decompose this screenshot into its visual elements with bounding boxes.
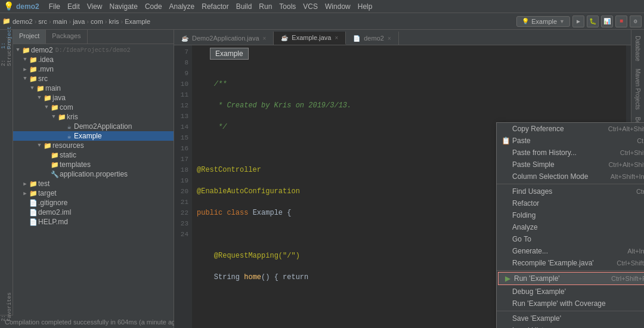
context-menu-item[interactable]: Save 'Example' — [497, 312, 644, 324]
tree-item[interactable]: 📄demo2.iml — [13, 208, 174, 217]
tree-arrow-icon: ▼ — [43, 104, 50, 110]
run-button[interactable]: ▶ — [572, 16, 584, 27]
tab-example[interactable]: ☕ Example.java × — [274, 32, 346, 45]
context-menu-item[interactable]: Folding▶ — [497, 209, 644, 221]
context-menu-item-label: Go To — [512, 235, 531, 243]
menu-item-code[interactable]: Code — [141, 1, 166, 12]
tree-arrow-icon: ▼ — [50, 114, 57, 120]
context-menu-shortcut: Ctrl+Shift+F9 — [617, 259, 644, 267]
menu-item-edit[interactable]: Edit — [64, 1, 83, 12]
settings-button[interactable]: ⚙ — [630, 16, 642, 27]
tree-file-icon: 📄 — [29, 209, 38, 216]
context-menu-item[interactable]: Debug 'Example' — [497, 286, 644, 298]
tree-item[interactable]: ▼📁.idea — [13, 55, 174, 64]
tree-item[interactable]: 🔧application.properties — [13, 169, 174, 179]
close-icon[interactable]: × — [388, 35, 391, 42]
tree-file-icon: ☕ — [64, 123, 74, 131]
tree-item[interactable]: ▼📁com — [13, 103, 174, 112]
menu-item-vcs[interactable]: VCS — [299, 1, 321, 12]
context-menu-item-label: Paste from History... — [512, 148, 577, 157]
context-menu-item[interactable]: ▶Run 'Example'Ctrl+Shift+F10 — [498, 272, 644, 285]
tree-file-icon: 📁 — [50, 161, 60, 169]
close-icon[interactable]: × — [263, 35, 267, 42]
menu-item-refactor[interactable]: Refactor — [198, 1, 232, 12]
menu-item-view[interactable]: View — [83, 1, 106, 12]
app-name: demo2 — [16, 2, 39, 11]
menu-item-build[interactable]: Build — [233, 1, 256, 12]
menu-item-file[interactable]: File — [45, 1, 64, 12]
context-menu-item[interactable]: Run 'Example' with Coverage — [497, 298, 644, 310]
right-icon-database[interactable]: Database — [634, 32, 641, 65]
context-menu-shortcut: Ctrl+Alt+Shift+C — [608, 125, 644, 132]
tree-label: main — [45, 84, 61, 92]
menu-item-analyze[interactable]: Analyze — [166, 1, 199, 12]
debug-button[interactable]: 🐛 — [587, 16, 599, 27]
tab-demo2[interactable]: 📄 demo2 × — [346, 32, 398, 45]
line-numbers: 7891011 12131415 16171819 2021222324 — [174, 45, 192, 328]
tree-item[interactable]: ▼📁main — [13, 83, 174, 93]
right-icon-maven[interactable]: Maven Projects — [634, 65, 641, 113]
tree-file-icon: 📁 — [50, 104, 60, 112]
tree-arrow-icon: ▶ — [21, 66, 29, 73]
tab-project[interactable]: Project — [13, 30, 46, 44]
tree-item[interactable]: ▶📁.mvn — [13, 64, 174, 74]
context-menu-item[interactable]: Analyze▶ — [497, 221, 644, 233]
context-menu-item[interactable]: Paste SimpleCtrl+Alt+Shift+V — [497, 159, 644, 171]
context-menu-item-label: Debug 'Example' — [512, 287, 566, 296]
project-tabs: Project Packages — [13, 30, 174, 44]
tree-item[interactable]: ▼📁java — [13, 93, 174, 103]
tree-label: .mvn — [38, 65, 54, 73]
menu-item-help[interactable]: Help — [354, 1, 376, 12]
menu-item-run[interactable]: Run — [255, 1, 275, 12]
left-icons-bar: 1: Project 2: Structure 2: Favorites — [0, 30, 13, 315]
run-config[interactable]: 💡 Example ▼ — [516, 16, 570, 27]
tree-item[interactable]: ☕Example — [13, 131, 174, 141]
context-menu-shortcut: Ctrl+Alt+Shift+V — [608, 161, 644, 168]
context-menu-shortcut: Alt+Insert — [627, 247, 644, 255]
context-menu-shortcut: Ctrl+V — [637, 137, 644, 144]
context-menu-shortcut: Ctrl+Shift+F10 — [611, 275, 644, 282]
tree-item[interactable]: ☕Demo2Application — [13, 122, 174, 131]
tree-file-icon: 📁 — [21, 47, 31, 54]
tree-file-icon: 📁 — [36, 85, 45, 92]
tree-item[interactable]: 📁static — [13, 150, 174, 160]
tab-packages[interactable]: Packages — [46, 30, 87, 44]
tab-demo2application[interactable]: ☕ Demo2Application.java × — [174, 32, 274, 45]
toolbar: 📁 demo2 › src › main › java › com › kris… — [0, 13, 644, 30]
tree-item[interactable]: ▼📁demo2D:/IdeaProjects/demo2 — [13, 45, 174, 55]
context-menu-item[interactable]: Paste from History...Ctrl+Shift+V — [497, 147, 644, 159]
context-menu-item-label: Paste Simple — [512, 160, 555, 169]
tree-item[interactable]: 📁templates — [13, 160, 174, 169]
stop-button[interactable]: ■ — [615, 16, 627, 27]
tree-item[interactable]: 📄.gitignore — [13, 198, 174, 208]
tree-item[interactable]: ▼📁kris — [13, 112, 174, 122]
context-menu-item-label: Generate... — [512, 247, 548, 255]
menu-item-window[interactable]: Window — [321, 1, 354, 12]
context-menu-item[interactable]: Find UsagesCtrl+G — [497, 185, 644, 197]
left-icon-structure[interactable]: 2: Structure — [0, 47, 14, 57]
tree-file-icon: 📁 — [43, 94, 52, 102]
context-menu-item[interactable]: Recompile 'Example.java'Ctrl+Shift+F9 — [497, 257, 644, 269]
context-menu-item[interactable]: Local History▶ — [497, 324, 644, 328]
left-icon-favorites[interactable]: 2: Favorites — [0, 302, 14, 312]
context-menu-item[interactable]: Copy ReferenceCtrl+Alt+Shift+C — [497, 123, 644, 135]
tree-file-icon: 📄 — [29, 199, 38, 207]
close-icon[interactable]: × — [335, 35, 338, 41]
tree-item[interactable]: 📄HELP.md — [13, 217, 174, 227]
context-menu-item[interactable]: Generate...Alt+Insert — [497, 245, 644, 257]
context-menu-item[interactable]: Column Selection ModeAlt+Shift+Insert — [497, 171, 644, 182]
tree-arrow-icon: ▶ — [21, 190, 29, 197]
context-menu-item[interactable]: Go To▶ — [497, 233, 644, 245]
tree-arrow-icon: ▼ — [14, 47, 21, 53]
tree-item[interactable]: ▶📁test — [13, 179, 174, 188]
menu-item-navigate[interactable]: Navigate — [106, 1, 141, 12]
tree-item[interactable]: ▼📁src — [13, 74, 174, 83]
context-menu-item[interactable]: 📋PasteCtrl+V — [497, 135, 644, 147]
project-panel: Project Packages ▼📁demo2D:/IdeaProjects/… — [13, 30, 174, 328]
menu-item-tools[interactable]: Tools — [275, 1, 299, 12]
tree-label: demo2 — [31, 46, 53, 54]
tree-item[interactable]: ▶📁target — [13, 188, 174, 198]
tree-item[interactable]: ▼📁resources — [13, 141, 174, 150]
context-menu-item[interactable]: Refactor▶ — [497, 197, 644, 209]
coverage-button[interactable]: 📊 — [601, 16, 613, 27]
